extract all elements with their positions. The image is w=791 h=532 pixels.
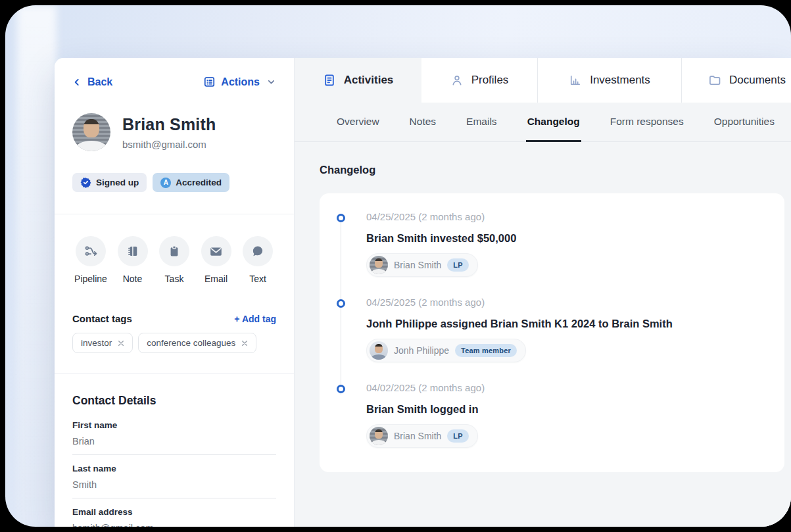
app-window: Back Actions Brian Smith bsmith@gmail.co [55, 58, 791, 527]
chevron-down-icon [266, 77, 276, 87]
tab-documents[interactable]: Documents [681, 58, 791, 103]
note-label: Note [123, 274, 143, 284]
timeline-dot [337, 214, 345, 222]
subtab-form-responses[interactable]: Form responses [609, 103, 685, 142]
entry-date: 04/25/2025 (2 months ago) [366, 297, 771, 308]
last-name-value[interactable]: Smith [72, 473, 276, 498]
actor-chip[interactable]: Brian Smith LP [366, 424, 478, 448]
contact-name: Brian Smith [122, 115, 216, 134]
actions-button[interactable]: Actions [203, 76, 276, 88]
remove-tag-icon[interactable] [118, 340, 124, 347]
sidebar-topbar: Back Actions [72, 76, 276, 88]
subtab-emails[interactable]: Emails [465, 103, 498, 142]
email-icon [201, 236, 231, 266]
pipeline-label: Pipeline [74, 274, 107, 284]
tab-profiles[interactable]: Profiles [421, 58, 537, 103]
email-address-label: Email address [72, 507, 276, 517]
chevron-left-icon [72, 78, 82, 87]
accredited-label: Accredited [176, 178, 222, 187]
sub-tabbar: Overview Notes Emails Changelog Form res… [295, 103, 791, 142]
changelog-entry: 04/02/2025 (2 months ago) Brian Smith lo… [366, 382, 771, 448]
signed-up-label: Signed up [96, 178, 139, 187]
task-icon [159, 236, 189, 266]
subtab-opportunities[interactable]: Opportunities [713, 103, 776, 142]
back-button[interactable]: Back [72, 76, 112, 88]
accredited-a-icon: A [160, 178, 171, 188]
text-label: Text [249, 274, 266, 284]
entry-title: Brian Smith logged in [366, 403, 771, 416]
tag-investor[interactable]: investor [72, 333, 133, 353]
signed-up-badge: Signed up [72, 173, 147, 192]
first-name-value[interactable]: Brian [72, 430, 276, 455]
changelog-entry: 04/25/2025 (2 months ago) Jonh Philippe … [366, 297, 771, 362]
person-icon [450, 74, 464, 87]
contact-tags-header: Contact tags + Add tag [72, 313, 276, 324]
timeline-dot [337, 299, 345, 308]
pipeline-button[interactable]: Pipeline [72, 236, 109, 284]
subtab-changelog[interactable]: Changelog [526, 103, 581, 142]
back-label: Back [87, 76, 112, 88]
activities-list-icon [323, 74, 336, 87]
last-name-label: Last name [72, 464, 276, 473]
list-details-icon [203, 76, 216, 88]
actor-avatar [370, 341, 388, 360]
remove-tag-icon[interactable] [241, 340, 248, 347]
actor-name: Jonh Philippe [394, 345, 449, 356]
subtab-overview[interactable]: Overview [335, 103, 381, 142]
tab-profiles-label: Profiles [471, 74, 509, 87]
contact-profile-header: Brian Smith bsmith@gmail.com [72, 113, 276, 151]
task-label: Task [165, 274, 184, 284]
main-tabbar: Activities Profiles Investments [295, 58, 791, 103]
role-badge: LP [447, 429, 468, 443]
actor-name: Brian Smith [394, 260, 441, 270]
note-button[interactable]: Note [114, 236, 151, 284]
tab-documents-label: Documents [729, 74, 786, 87]
tag-label: investor [81, 338, 112, 348]
changelog-entry: 04/25/2025 (2 months ago) Brian Smith in… [366, 211, 771, 277]
task-button[interactable]: Task [156, 236, 193, 284]
email-button[interactable]: Email [198, 236, 235, 284]
role-badge: LP [447, 258, 468, 272]
actor-chip[interactable]: Brian Smith LP [366, 253, 478, 277]
tag-conference-colleagues[interactable]: conference colleagues [138, 333, 256, 353]
timeline-line [341, 222, 341, 395]
note-icon [118, 236, 148, 266]
page-frame: Back Actions Brian Smith bsmith@gmail.co [5, 5, 791, 527]
contact-tags-row: investor conference colleagues [72, 333, 276, 353]
changelog-card: 04/25/2025 (2 months ago) Brian Smith in… [320, 193, 784, 472]
tab-activities-label: Activities [344, 74, 394, 87]
contact-sidebar: Back Actions Brian Smith bsmith@gmail.co [55, 58, 295, 527]
pipeline-icon [76, 236, 106, 266]
entry-title: Brian Smith invested $50,000 [366, 232, 771, 245]
text-button[interactable]: Text [239, 236, 276, 284]
timeline-dot [337, 385, 345, 393]
actions-label: Actions [221, 76, 260, 88]
email-address-field: Email address bsmith@gmail.com [72, 507, 276, 527]
verified-seal-icon [80, 177, 91, 188]
last-name-field: Last name Smith [72, 464, 276, 498]
tab-activities[interactable]: Activities [295, 58, 421, 103]
first-name-field: First name Brian [72, 420, 276, 455]
section-divider [55, 214, 294, 214]
role-badge: Team member [455, 344, 517, 357]
section-divider [55, 373, 294, 374]
subtab-notes[interactable]: Notes [408, 103, 438, 142]
quick-actions-row: Pipeline Note Task [72, 236, 276, 284]
actor-avatar [370, 256, 388, 274]
entry-date: 04/02/2025 (2 months ago) [366, 382, 771, 393]
contact-details-title: Contact Details [72, 394, 276, 408]
add-tag-button[interactable]: + Add tag [234, 314, 276, 324]
entry-title: Jonh Philippe assigned Brian Smith K1 20… [366, 318, 771, 330]
tab-investments[interactable]: Investments [537, 58, 681, 103]
status-badges: Signed up A Accredited [72, 173, 276, 192]
email-address-value[interactable]: bsmith@gmail.com [72, 517, 276, 527]
contact-avatar [72, 113, 110, 151]
main-content: Activities Profiles Investments [295, 58, 791, 527]
contact-tags-title: Contact tags [72, 313, 132, 324]
accredited-badge: A Accredited [153, 173, 229, 192]
actor-chip[interactable]: Jonh Philippe Team member [366, 339, 526, 362]
actor-name: Brian Smith [394, 431, 441, 441]
actor-avatar [370, 427, 388, 445]
folder-icon [708, 74, 721, 87]
contact-email: bsmith@gmail.com [122, 139, 216, 150]
